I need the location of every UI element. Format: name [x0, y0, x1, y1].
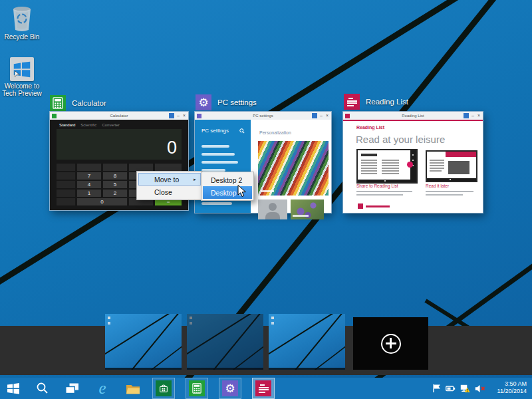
desktop-thumbnail-3[interactable] [269, 314, 345, 370]
calculator-tabs: Standard Scientific Converter [59, 123, 188, 127]
image-caption-bar [261, 190, 274, 192]
context-menu-item-close[interactable]: Close [138, 186, 201, 198]
pc-settings-main: Personalization [251, 120, 331, 213]
action-center-flag-icon[interactable] [432, 384, 441, 393]
gear-icon: ⚙ [196, 94, 211, 110]
add-desktop-plus-icon [381, 334, 401, 354]
feature-description-line [356, 191, 412, 192]
minimize-icon: – [319, 114, 323, 118]
digit-key-0: 0 [77, 198, 127, 205]
start-button[interactable] [2, 378, 25, 399]
desktop-3-preview [269, 314, 345, 370]
feature-description-line [426, 194, 463, 196]
sidebar-menu-item[interactable] [201, 153, 235, 156]
taskview-card-header-calculator[interactable]: Calculator [50, 95, 106, 111]
reading-list-icon [255, 380, 271, 396]
mini-recycle-bin-icon [108, 317, 110, 319]
task-view-button[interactable] [61, 378, 83, 399]
pc-settings-taskbar-button[interactable]: ⚙ [219, 378, 241, 399]
reading-list-footer-tile [358, 203, 363, 209]
gear-icon: ⚙ [222, 380, 238, 396]
reading-list-taskbar-button[interactable] [252, 378, 275, 399]
reading-list-icon [344, 94, 360, 110]
submenu-arrow-icon: ► [193, 178, 197, 182]
mouse-cursor [237, 185, 247, 198]
digit-key-2: 2 [103, 190, 127, 197]
pc-settings-titlebar: PC settings – × [195, 112, 331, 120]
file-explorer-button[interactable] [122, 378, 144, 399]
op-key [155, 164, 182, 171]
desktop-icon-label: Welcome to Tech Preview [1, 82, 43, 97]
share-feature-illustration [356, 149, 418, 184]
power-battery-icon[interactable] [446, 384, 456, 392]
window-control-button [169, 113, 174, 118]
memory-key [57, 190, 75, 197]
op-key [77, 164, 101, 171]
desktop-2-preview [187, 314, 263, 370]
desktop-thumbnail-1[interactable] [105, 314, 182, 370]
digit-key-8: 8 [103, 172, 127, 180]
taskview-card-header-reading-list[interactable]: Reading List [344, 94, 408, 110]
tab-converter: Converter [102, 123, 119, 127]
memory-key [57, 172, 75, 180]
desktop-icon-label: Recycle Bin [5, 33, 40, 41]
calculator-titlebar: Calculator – × [50, 112, 188, 120]
feature-description-line [356, 194, 403, 196]
mini-welcome-icon [190, 322, 192, 325]
mini-taskbar [105, 368, 182, 370]
taskview-card-label: Calculator [72, 99, 106, 107]
calculator-display: 0 [57, 129, 182, 160]
minimize-icon: – [471, 114, 475, 118]
memory-key [57, 198, 75, 205]
search-icon [239, 128, 245, 134]
mini-welcome-icon [271, 322, 274, 325]
desktop-icon-recycle-bin[interactable]: Recycle Bin [1, 5, 43, 41]
reading-list-footer-link-bar [366, 205, 390, 207]
context-menu-item-move-to[interactable]: Move to ► [138, 173, 201, 186]
pc-settings-sidebar-title: PC settings [201, 128, 229, 134]
search-button[interactable] [31, 378, 54, 399]
background-picture-image[interactable] [291, 200, 324, 219]
sidebar-menu-item[interactable] [201, 145, 229, 148]
add-desktop-button[interactable] [353, 317, 428, 370]
calculator-taskbar-button[interactable] [186, 378, 208, 399]
welcome-tile [10, 57, 34, 81]
digit-key-7: 7 [77, 172, 101, 180]
account-picture-image[interactable] [258, 200, 287, 219]
feature-caption: Share to Reading List [356, 184, 398, 188]
sidebar-menu-item[interactable] [201, 161, 238, 164]
context-menu: Move to ► Close [136, 171, 203, 200]
menu-item-label: Move to [154, 176, 179, 184]
mini-recycle-bin-icon [190, 317, 192, 319]
menu-item-label: Close [154, 188, 172, 196]
mini-welcome-icon [108, 322, 110, 325]
digit-key-1: 1 [77, 190, 101, 197]
desktop-1-preview [105, 314, 182, 370]
calculator-icon [189, 380, 205, 396]
taskview-thumbnail-reading-list[interactable]: Reading List – × Reading List Read at yo… [343, 112, 483, 213]
op-key [103, 164, 127, 171]
file-explorer-icon [126, 383, 140, 394]
network-warning-icon[interactable] [460, 384, 470, 393]
start-windows-logo-icon [7, 382, 20, 395]
reading-list-titlebar: Reading List – × [343, 112, 483, 120]
search-icon [36, 382, 49, 395]
store-button[interactable] [152, 378, 175, 399]
taskbar-clock[interactable]: 3:50 AM 11/20/2014 [483, 380, 527, 395]
menu-item-label: Desktop 2 [211, 176, 242, 184]
close-icon: × [182, 114, 186, 118]
store-icon [156, 380, 172, 396]
sidebar-menu-item[interactable] [201, 202, 232, 205]
desktop-thumbnail-2[interactable] [187, 314, 263, 370]
window-controls: – × [169, 113, 186, 118]
pc-settings-title: PC settings [195, 112, 331, 120]
desktop-icon-welcome-tech-preview[interactable]: Welcome to Tech Preview [1, 57, 43, 97]
mini-taskbar [187, 368, 263, 370]
clock-time: 3:50 AM [483, 380, 527, 388]
image-caption-bar [293, 215, 309, 217]
lock-screen-preview-image[interactable] [258, 141, 329, 196]
digit-key-5: 5 [103, 181, 127, 188]
internet-explorer-button[interactable]: e [91, 378, 114, 399]
feature-description-line [426, 191, 473, 192]
taskview-card-header-pc-settings[interactable]: ⚙ PC settings [196, 94, 257, 110]
